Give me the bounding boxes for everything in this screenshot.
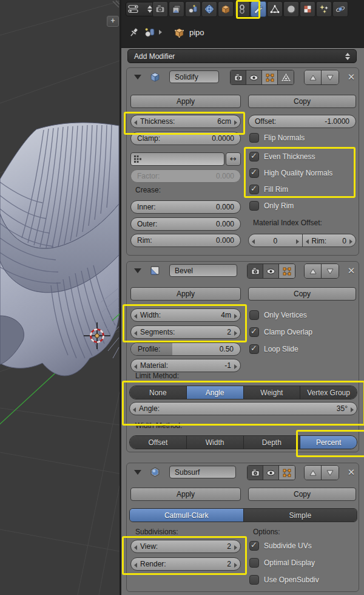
checkbox-box[interactable] — [249, 541, 259, 551]
delete-modifier-button[interactable]: ✕ — [345, 466, 357, 478]
offset-field[interactable]: Offset:-1.0000 — [248, 115, 356, 128]
inner-crease-field[interactable]: Inner:0.000 — [130, 200, 241, 214]
tab-render-layers[interactable] — [169, 1, 184, 17]
move-down-button[interactable] — [322, 264, 339, 278]
tab-object[interactable] — [218, 1, 234, 17]
limit-angle-button[interactable]: Angle — [187, 386, 244, 399]
render-subdivisions-field[interactable]: Render:2 — [130, 557, 241, 571]
catmull-clark-button[interactable]: Catmull-Clark — [130, 509, 244, 522]
invert-vertex-group-button[interactable]: ↔ — [226, 152, 241, 166]
fill-rim-checkbox[interactable]: Fill Rim — [249, 184, 288, 195]
collapse-triangle-icon[interactable] — [134, 470, 141, 475]
checkbox-box[interactable] — [249, 344, 259, 354]
clamp-field[interactable]: Clamp:0.0000 — [130, 132, 241, 145]
modifier-name-field[interactable]: Solidify — [169, 70, 219, 83]
limit-vertex-group-button[interactable]: Vertex Group — [300, 386, 357, 399]
move-down-button[interactable] — [322, 466, 339, 480]
copy-button[interactable]: Copy — [248, 287, 356, 301]
tab-scene[interactable] — [185, 1, 201, 17]
width-method-percent-button[interactable]: Percent — [300, 436, 357, 449]
checkbox-box[interactable] — [249, 133, 259, 143]
profile-slider[interactable]: Profile: 0.50 — [130, 342, 241, 356]
tab-world[interactable] — [201, 1, 217, 17]
segments-field[interactable]: Segments:2 — [130, 325, 241, 339]
checkbox-box[interactable] — [249, 152, 259, 162]
material-field[interactable]: Material:-1 — [130, 359, 241, 372]
limit-weight-button[interactable]: Weight — [244, 386, 301, 399]
checkbox-box[interactable] — [249, 168, 259, 178]
use-opensubdiv-checkbox[interactable]: Use OpenSubdiv — [249, 574, 319, 585]
tab-physics[interactable] — [332, 1, 348, 17]
move-down-button[interactable] — [322, 70, 339, 84]
viewport-visibility-toggle[interactable] — [246, 70, 262, 84]
only-vertices-checkbox[interactable]: Only Vertices — [249, 310, 307, 321]
move-up-button[interactable] — [305, 466, 322, 480]
optimal-display-checkbox[interactable]: Optimal Display — [249, 557, 315, 568]
rim-crease-field[interactable]: Rim:0.000 — [130, 234, 241, 247]
tab-texture[interactable] — [300, 1, 315, 17]
checkbox-box[interactable] — [249, 327, 259, 337]
tab-constraints[interactable] — [234, 1, 250, 17]
tab-particles[interactable] — [316, 1, 332, 17]
editor-type-selector[interactable] — [126, 2, 155, 16]
edit-mode-toggle[interactable] — [262, 70, 278, 84]
3d-viewport[interactable]: + — [0, 0, 121, 595]
delete-modifier-button[interactable]: ✕ — [345, 71, 357, 83]
material-rim-field[interactable]: Rim:0 — [303, 234, 356, 247]
modifier-name-field[interactable]: Subsurf — [169, 466, 236, 478]
pin-icon[interactable] — [129, 26, 140, 38]
copy-button[interactable]: Copy — [248, 95, 356, 108]
edit-cage-toggle[interactable] — [278, 70, 294, 84]
move-up-button[interactable] — [305, 264, 322, 278]
add-modifier-dropdown[interactable]: Add Modifier — [127, 49, 357, 63]
collapse-triangle-icon[interactable] — [134, 268, 141, 273]
apply-button[interactable]: Apply — [130, 95, 241, 108]
clamp-overlap-checkbox[interactable]: Clamp Overlap — [249, 327, 312, 338]
active-object-name[interactable]: pipo — [189, 28, 204, 37]
checkbox-box[interactable] — [249, 185, 259, 194]
viewport-visibility-toggle[interactable] — [263, 264, 279, 278]
region-expand-button[interactable]: + — [107, 16, 119, 27]
object-icon[interactable] — [144, 27, 155, 38]
subdivide-uvs-checkbox[interactable]: Subdivide UVs — [249, 540, 312, 551]
even-thickness-checkbox[interactable]: Even Thickness — [249, 151, 315, 162]
loop-slide-checkbox[interactable]: Loop Slide — [249, 344, 298, 355]
edit-mode-toggle[interactable] — [279, 264, 295, 278]
limit-none-button[interactable]: None — [130, 386, 187, 399]
width-method-width-button[interactable]: Width — [187, 436, 244, 449]
angle-field[interactable]: Angle:35° — [129, 402, 357, 415]
render-visibility-toggle[interactable] — [248, 264, 263, 278]
checkbox-box[interactable] — [249, 558, 259, 568]
high-quality-normals-checkbox[interactable]: High Quality Normals — [249, 168, 332, 178]
only-rim-checkbox[interactable]: Only Rim — [249, 200, 294, 211]
checkbox-box[interactable] — [249, 310, 259, 320]
width-field[interactable]: Width:4m — [130, 308, 241, 322]
flip-normals-checkbox[interactable]: Flip Normals — [249, 132, 305, 143]
outer-crease-field[interactable]: Outer:0.000 — [130, 217, 241, 231]
checkbox-box[interactable] — [249, 201, 259, 211]
view-subdivisions-field[interactable]: View:2 — [130, 540, 241, 553]
chair-mesh[interactable] — [0, 123, 119, 376]
tab-render[interactable] — [152, 1, 168, 17]
copy-button[interactable]: Copy — [248, 488, 356, 501]
apply-button[interactable]: Apply — [130, 287, 241, 301]
viewport-visibility-toggle[interactable] — [263, 466, 279, 480]
tab-object-data[interactable] — [267, 1, 283, 17]
material-offset-field[interactable]: 0 — [249, 234, 303, 247]
simple-button[interactable]: Simple — [244, 509, 357, 522]
modifier-name-field[interactable]: Bevel — [169, 264, 237, 277]
tab-modifiers[interactable] — [251, 1, 266, 17]
vertex-group-field[interactable] — [130, 152, 224, 166]
mesh-cube-icon[interactable] — [174, 27, 184, 38]
apply-button[interactable]: Apply — [130, 488, 241, 501]
render-visibility-toggle[interactable] — [231, 70, 246, 84]
render-visibility-toggle[interactable] — [248, 466, 263, 480]
move-up-button[interactable] — [305, 70, 322, 84]
checkbox-box[interactable] — [249, 575, 259, 585]
thickness-field[interactable]: Thickness:6cm — [130, 115, 241, 128]
width-method-offset-button[interactable]: Offset — [130, 436, 187, 449]
width-method-depth-button[interactable]: Depth — [244, 436, 301, 449]
delete-modifier-button[interactable]: ✕ — [345, 265, 357, 277]
collapse-triangle-icon[interactable] — [134, 75, 141, 80]
edit-mode-toggle[interactable] — [279, 466, 295, 480]
